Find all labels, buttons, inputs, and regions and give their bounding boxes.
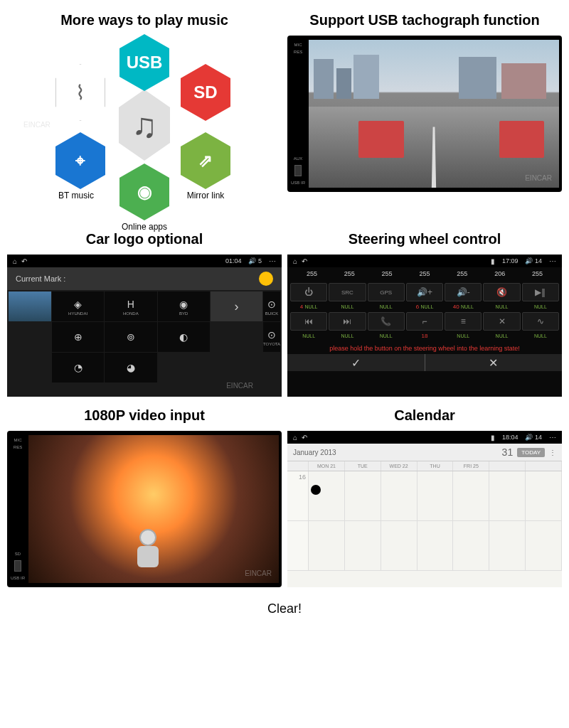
calendar-cell[interactable] — [381, 471, 418, 521]
calendar-cell[interactable] — [418, 471, 454, 521]
swc-power-button[interactable]: ⏻ — [290, 283, 327, 301]
overflow-icon[interactable]: ⋯ — [549, 257, 556, 265]
android-status-bar: ⌂ ↶ ▮ 17:09 🔊 14 ⋯ — [287, 255, 562, 267]
bezel-sd-label: SD — [9, 550, 26, 557]
calendar-today-button[interactable]: TODAY — [517, 448, 545, 457]
home-icon[interactable]: ⌂ — [293, 257, 297, 265]
head-unit-bezel: MIC RES AUX USB IR EINCAR — [287, 36, 562, 192]
swc-screen: ⌂ ↶ ▮ 17:09 🔊 14 ⋯ 255 255 255 255 255 2… — [287, 255, 562, 397]
current-mark-bar: Current Mark : — [7, 267, 282, 290]
calendar-cell[interactable] — [453, 471, 489, 521]
calendar-cell[interactable] — [526, 521, 562, 571]
bezel-mic-label: MIC — [289, 41, 307, 48]
calendar-day-header[interactable]: MON 21 — [309, 461, 345, 471]
home-icon[interactable]: ⌂ — [293, 434, 297, 441]
overflow-icon[interactable]: ⋯ — [269, 257, 276, 265]
logo-item[interactable]: ◉BYD — [158, 291, 210, 321]
back-icon[interactable]: ↶ — [302, 257, 307, 265]
swc-src-button[interactable]: SRC — [329, 283, 366, 301]
calendar-cell[interactable] — [418, 521, 454, 571]
home-icon[interactable]: ⌂ — [13, 257, 17, 265]
bluetooth-icon: ⌖ — [55, 135, 106, 186]
swc-cancel-button[interactable]: ✕ — [425, 354, 563, 371]
panel-music-title: More ways to play music — [60, 7, 228, 36]
logo-item[interactable]: ⊕ — [52, 322, 104, 352]
calendar-week-number: 16 — [287, 471, 309, 521]
swc-gps-button[interactable]: GPS — [368, 283, 405, 301]
calendar-day-header[interactable]: WED 22 — [381, 461, 418, 471]
panel-tachograph-title: Support USB tachograph function — [309, 7, 539, 36]
radio-antenna-icon: ⌇ — [55, 67, 106, 118]
dashcam-view: EINCAR — [309, 40, 559, 188]
car-logo-grid: ◈HYUNDAI HHONDA ◉BYD › ⊙BUICK ⊕ ⊚ ◐ ⊙TOY… — [7, 290, 282, 384]
music-note-icon: ♫ — [119, 100, 170, 151]
swc-fn2-button[interactable]: ∿ — [522, 312, 559, 331]
calendar-menu-icon[interactable]: ⋮ — [549, 449, 556, 456]
watermark: EINCAR — [245, 569, 272, 577]
calendar-day-header[interactable]: FRI 25 — [453, 461, 489, 471]
calendar-row: 16 — [287, 471, 562, 521]
video-playback-view: EINCAR — [28, 435, 279, 583]
overflow-icon[interactable]: ⋯ — [549, 434, 556, 441]
logo-item[interactable]: ⊙BUICK — [263, 291, 280, 321]
swc-readout: 255 — [382, 270, 393, 277]
logo-item[interactable]: ◔ — [52, 353, 104, 382]
sd-card-icon: SD — [180, 67, 231, 118]
back-icon[interactable]: ↶ — [21, 257, 27, 265]
calendar-day-header[interactable] — [489, 461, 526, 471]
bezel-side-labels: MIC RES AUX USB IR — [289, 41, 307, 186]
calendar-event-dot[interactable] — [311, 485, 321, 495]
calendar-cell[interactable] — [381, 521, 418, 571]
logo-item[interactable]: HHONDA — [105, 291, 156, 321]
swc-confirm-bar: ✓ ✕ — [287, 354, 562, 371]
logo-scroll-next[interactable]: › — [211, 291, 262, 321]
logo-item[interactable]: ◐ — [158, 322, 210, 352]
swc-next-button[interactable]: ⏭ — [329, 312, 366, 331]
calendar-row — [287, 521, 562, 571]
volume-icon: 🔊 14 — [525, 257, 542, 264]
swc-prev-button[interactable]: ⏮ — [290, 312, 327, 331]
calendar-cell[interactable] — [489, 471, 526, 521]
swc-eq-button[interactable]: ≡ — [445, 312, 482, 331]
logo-item[interactable]: ◈HYUNDAI — [52, 291, 104, 321]
panel-tachograph: Support USB tachograph function MIC RES … — [287, 7, 562, 220]
calendar-cell[interactable] — [309, 521, 345, 571]
calendar-cell[interactable] — [453, 521, 489, 571]
logo-item[interactable]: ⊚ — [105, 322, 156, 352]
current-mark-label: Current Mark : — [16, 274, 65, 283]
swc-readout: 255 — [457, 270, 467, 277]
swc-voldown-button[interactable]: 🔊- — [445, 283, 482, 301]
swc-hangup-button[interactable]: ⌐ — [406, 312, 443, 331]
calendar-day-header[interactable]: THU — [418, 461, 454, 471]
calendar-cell[interactable] — [489, 521, 526, 571]
panel-swc: Steering wheel control ⌂ ↶ ▮ 17:09 🔊 14 … — [287, 226, 562, 397]
logo-item[interactable]: ◕ — [105, 353, 156, 382]
swc-fn1-button[interactable]: ✕ — [483, 312, 520, 331]
bezel-usb-label: USB IR — [9, 574, 26, 582]
swc-call-button[interactable]: 📞 — [368, 312, 405, 331]
swc-mute-button[interactable]: 🔇 — [483, 283, 520, 301]
calendar-cell[interactable] — [345, 471, 381, 521]
calendar-cell[interactable] — [345, 521, 381, 571]
swc-readout: 255 — [344, 270, 355, 277]
sd-icon: ▮ — [491, 257, 495, 265]
calendar-day-header[interactable] — [526, 461, 562, 471]
swc-volup-button[interactable]: 🔊+ — [406, 283, 443, 301]
bezel-res-label: RES — [289, 48, 307, 55]
back-icon[interactable]: ↶ — [302, 434, 307, 441]
usb-icon: USB — [119, 37, 170, 88]
swc-readout: 206 — [494, 270, 505, 277]
calendar-month-label[interactable]: January 2013 — [293, 449, 336, 456]
swc-instruction-message: please hold the button on the steering w… — [287, 343, 562, 354]
swc-playpause-button[interactable]: ▶‖ — [522, 283, 559, 301]
swc-button-grid: ⏻ SRC GPS 🔊+ 🔊- 🔇 ▶‖ 4 NULL NULL NULL 6 … — [287, 280, 562, 343]
logo-item[interactable]: ⊙TOYOTA — [263, 322, 280, 352]
calendar-cell[interactable] — [526, 471, 562, 521]
swc-readout: 255 — [419, 270, 430, 277]
calendar-day-header[interactable]: TUE — [345, 461, 381, 471]
calendar-cell[interactable] — [309, 471, 345, 521]
status-time: 18:04 — [502, 434, 519, 441]
mirror-link-icon: ⇗ — [180, 135, 231, 186]
swc-confirm-button[interactable]: ✓ — [287, 354, 425, 371]
head-unit-bezel: MIC RES SD USB IR EINCAR — [7, 431, 282, 587]
